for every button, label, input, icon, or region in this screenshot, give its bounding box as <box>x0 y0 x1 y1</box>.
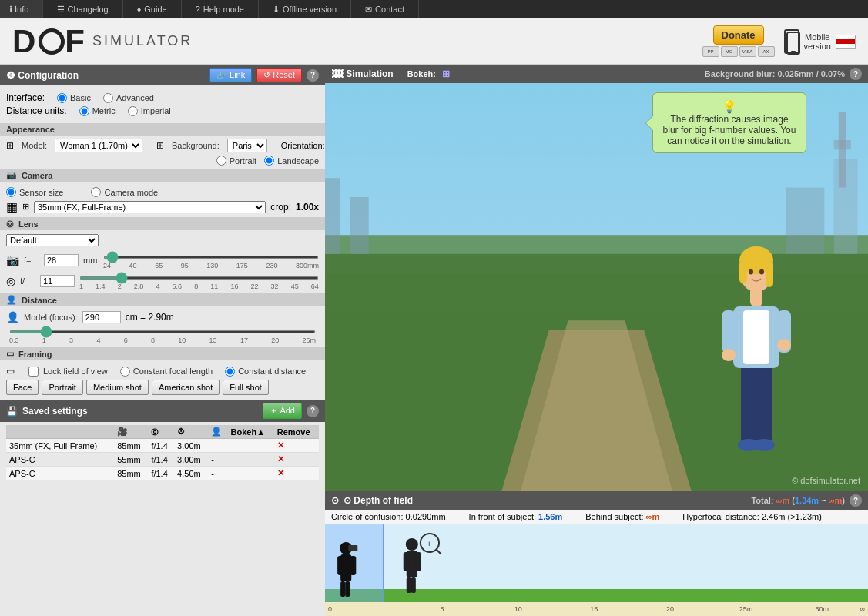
sensor-size-radio[interactable] <box>6 187 16 197</box>
nav-guide[interactable]: ♦ Guide <box>123 0 182 18</box>
behind-label: Behind subject: ∞m <box>585 512 659 521</box>
mobile-version-btn[interactable]: Mobileversion <box>784 29 856 54</box>
constant-dist-radio[interactable] <box>225 367 235 377</box>
row2-remove-btn[interactable]: ✕ <box>274 453 319 467</box>
aperture-input[interactable] <box>40 275 75 287</box>
imperial-radio[interactable] <box>128 106 138 116</box>
hyperfocal-label: Hyperfocal distance: 2.46m (>1.23m) <box>682 512 822 521</box>
nav-contact[interactable]: ✉ Contact <box>351 0 419 18</box>
svg-rect-45 <box>416 552 421 571</box>
focal-slider[interactable] <box>103 256 319 259</box>
imperial-radio-label[interactable]: Imperial <box>128 106 171 116</box>
sensor-select[interactable]: 35mm (FX, Full-Frame) <box>34 201 266 213</box>
paypal-icon: PP <box>702 46 719 57</box>
basic-radio[interactable] <box>57 93 67 103</box>
top-navigation: ℹ ℹ Info ☰ ☰ Changelog ♦ Guide ? Help mo… <box>0 0 868 18</box>
camera-divider: 📷 Camera <box>0 169 325 182</box>
col-camera: 🎥 <box>114 425 148 439</box>
donate-button[interactable]: Donate <box>713 25 764 45</box>
basic-radio-label[interactable]: Basic <box>57 93 91 103</box>
bokeh-grid-icon[interactable]: ⊞ <box>442 69 450 79</box>
add-button[interactable]: ＋ Add <box>263 403 302 419</box>
row1-remove-btn[interactable]: ✕ <box>274 439 319 453</box>
table-row[interactable]: APS-C 85mm f/1.4 4.50m - ✕ <box>6 467 319 480</box>
advanced-radio[interactable] <box>103 93 113 103</box>
row3-lens: 85mm <box>114 467 148 480</box>
phone-icon <box>784 29 799 54</box>
svg-point-29 <box>749 270 753 275</box>
framing-icon: ▭ <box>6 349 14 359</box>
interface-row: Interface: Basic Advanced <box>6 92 319 103</box>
model-focus-icon: 👤 <box>6 311 19 323</box>
portrait-button[interactable]: Portrait <box>42 380 82 395</box>
landscape-radio-label[interactable]: Landscape <box>264 156 319 166</box>
logo-f: F <box>65 25 85 58</box>
dof-help-icon[interactable]: ? <box>850 494 862 507</box>
dof-stats: Circle of confusion: 0.0290mm In front o… <box>325 510 868 524</box>
row1-sensor: 35mm (FX, Full-Frame) <box>6 439 114 453</box>
svg-point-17 <box>753 439 775 451</box>
focal-label: f= <box>24 256 39 265</box>
guide-icon: ♦ <box>137 5 142 14</box>
svg-point-22 <box>722 349 736 361</box>
camera-model-radio[interactable] <box>91 187 101 197</box>
nav-offline[interactable]: ⬇ Offline version <box>259 0 351 18</box>
constant-dist-label[interactable]: Constant distance <box>225 367 306 377</box>
constant-focal-radio[interactable] <box>120 367 130 377</box>
right-panel: 🖼 🖼 Simulation Bokeh: ⊞ Background blur:… <box>325 65 868 616</box>
saved-body: 🎥 ◎ ⚙ 👤 Bokeh▲ Remove 35mm (FX, Full-Fra… <box>0 422 325 616</box>
model-focus-input[interactable] <box>82 311 121 323</box>
nav-help[interactable]: ? Help mode <box>182 0 259 18</box>
total-label: Total: ∞m (1.34m ~ ∞m) <box>751 496 845 505</box>
aperture-slider[interactable] <box>79 276 319 280</box>
portrait-radio[interactable] <box>216 156 226 166</box>
portrait-radio-label[interactable]: Portrait <box>216 156 256 166</box>
metric-radio-label[interactable]: Metric <box>79 106 116 116</box>
lock-fov-label[interactable]: Lock field of view <box>27 367 108 377</box>
front-value: 1.56m <box>538 512 562 521</box>
svg-rect-47 <box>411 578 416 593</box>
header-right: Donate PP MC VISA AX Mobileversion <box>702 25 856 57</box>
framing-body: ▭ Lock field of view Constant focal leng… <box>0 360 325 398</box>
full-shot-button[interactable]: Full shot <box>223 380 269 395</box>
advanced-radio-label[interactable]: Advanced <box>103 93 154 103</box>
nav-changelog[interactable]: ☰ ☰ Changelog <box>43 0 122 18</box>
sensor-size-radio-label[interactable]: Sensor size <box>6 187 63 197</box>
model-select[interactable]: Woman 1 (1.70m) <box>55 139 142 152</box>
focal-row: 📷 f= mm 24406595130175230300mm <box>6 250 319 270</box>
american-shot-button[interactable]: American shot <box>152 380 220 395</box>
row3-aperture: f/1.4 <box>148 467 174 480</box>
lens-select[interactable]: Default <box>6 234 99 246</box>
distance-slider[interactable] <box>9 330 316 333</box>
row3-sensor: APS-C <box>6 467 114 480</box>
col-aperture: ⚙ <box>174 425 208 439</box>
appearance-label: Appearance <box>0 123 325 136</box>
simulation-body: 💡 The diffraction causes image blur for … <box>325 83 868 491</box>
svg-rect-44 <box>404 552 409 571</box>
svg-rect-39 <box>340 581 345 597</box>
camera-small-icon: 📷 <box>6 254 19 266</box>
face-button[interactable]: Face <box>6 380 39 395</box>
col-sensor <box>6 425 114 439</box>
sim-help-icon[interactable]: ? <box>850 68 862 80</box>
landscape-radio[interactable] <box>264 156 274 166</box>
config-help-icon[interactable]: ? <box>307 69 319 82</box>
link-button[interactable]: 🔗 Link <box>209 68 252 82</box>
svg-rect-20 <box>722 310 736 353</box>
reset-button[interactable]: ↺ Reset <box>256 68 302 82</box>
medium-shot-button[interactable]: Medium shot <box>86 380 149 395</box>
metric-radio[interactable] <box>79 106 89 116</box>
lock-fov-checkbox[interactable] <box>28 367 39 377</box>
table-row[interactable]: APS-C 55mm f/1.4 3.00m - ✕ <box>6 453 319 467</box>
constant-focal-label[interactable]: Constant focal length <box>120 367 213 377</box>
visa-icon: VISA <box>739 46 756 57</box>
crop-value: 1.00x <box>296 202 319 213</box>
saved-help-icon[interactable]: ? <box>307 405 319 417</box>
row3-remove-btn[interactable]: ✕ <box>274 467 319 480</box>
focal-input[interactable] <box>44 254 79 266</box>
background-select[interactable]: Paris <box>227 139 267 152</box>
table-row[interactable]: 35mm (FX, Full-Frame) 85mm f/1.4 3.00m -… <box>6 439 319 453</box>
nav-info[interactable]: ℹ ℹ Info <box>0 0 43 18</box>
saved-section-header: 💾 Saved settings ＋ Add ? <box>0 400 325 422</box>
camera-model-radio-label[interactable]: Camera model <box>91 187 159 197</box>
